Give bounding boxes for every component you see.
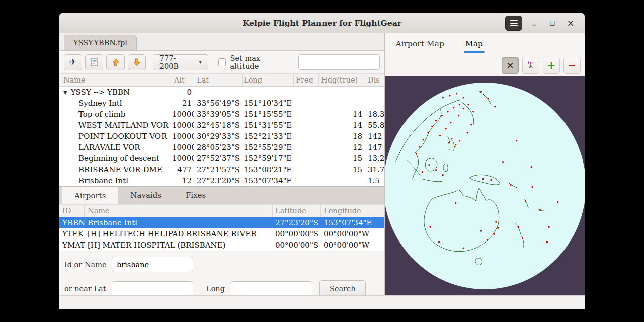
column-header-alt[interactable]: Alt: [172, 74, 194, 86]
column-header-hdg[interactable]: Hdg(true): [319, 74, 366, 86]
airport-dot: [510, 184, 512, 186]
airport-dot: [497, 227, 499, 229]
minimize-icon: _: [533, 17, 536, 25]
plan-row[interactable]: Sydney Intl2133°56'49"S151°10'34"E: [59, 98, 384, 109]
plan-cell-hdg: 18: [319, 132, 366, 141]
column-header-lat[interactable]: Lat: [194, 74, 243, 86]
plan-cell-dis: 147: [366, 143, 384, 152]
plan-row[interactable]: WEST MAITLAND VOR1000032°45'18"S151°31'5…: [59, 120, 384, 131]
column-header-airport-name[interactable]: Name: [85, 205, 273, 217]
column-header-extra: [372, 205, 384, 217]
menu-button[interactable]: [505, 16, 522, 31]
aircraft-select[interactable]: 777-200B ▾: [153, 54, 208, 70]
plan-cell-dis: 1.5: [366, 176, 384, 185]
airport-dot: [488, 98, 489, 99]
close-icon: ×: [567, 18, 574, 28]
flightplan-tab[interactable]: YSSY-YBBN.fpl: [64, 35, 137, 50]
column-header-dis[interactable]: Dis: [366, 74, 384, 86]
plan-cell-name: Brisbane Intl: [59, 176, 172, 185]
near-search-row: or near Lat Long Search: [64, 280, 379, 297]
show-navaids-button[interactable]: [522, 57, 539, 74]
expander-icon[interactable]: ▼: [63, 90, 67, 95]
plan-cell-long: 151°31'55"E: [243, 121, 294, 130]
titlebar[interactable]: Kelpie Flight Planner for FlightGear _ □…: [59, 13, 585, 33]
max-altitude-label: Set max altitude: [230, 54, 289, 70]
plan-row[interactable]: Brisbane Intl1227°23'20"S153°07'34"E1.5: [59, 175, 384, 186]
plan-cell-lat: 27°52'37"S: [194, 154, 243, 163]
airport-dot: [422, 171, 423, 173]
plan-cell-lat: 33°56'49"S: [194, 99, 243, 108]
airport-row[interactable]: YMAT[H] MATER HOSPITAL (BRISBANE)00°00'0…: [59, 239, 384, 251]
plan-cell-lat: 32°45'18"S: [194, 121, 243, 130]
plan-cell-lat: 33°39'05"S: [194, 110, 243, 119]
plan-cell-hdg: 14: [319, 110, 366, 119]
tab-navaids[interactable]: Navaids: [118, 187, 174, 204]
airport-dot: [416, 153, 417, 154]
plan-row[interactable]: POINT LOOKOUT VOR1000030°29'33"S152°21'3…: [59, 131, 384, 142]
airport-dot: [473, 111, 474, 112]
world-map-svg: [385, 76, 585, 295]
tab-airports[interactable]: Airports: [62, 187, 118, 204]
column-header-long[interactable]: Long: [243, 74, 294, 86]
plan-row[interactable]: Beginning of descent1000027°52'37"S152°5…: [59, 153, 384, 164]
max-altitude-checkbox[interactable]: [218, 58, 226, 66]
airport-dot: [482, 178, 484, 180]
airport-row[interactable]: YBBNBrisbane Intl27°23'20"S153°07'34"E: [59, 217, 384, 228]
near-long-input[interactable]: [231, 281, 312, 297]
plan-cell-lat: 28°05'23"S: [194, 143, 243, 152]
close-button[interactable]: ×: [565, 17, 577, 29]
zoom-in-button[interactable]: +: [543, 57, 560, 74]
airport-cell-name: [H] MATER HOSPITAL (BRISBANE): [85, 240, 273, 250]
id-or-name-input[interactable]: [112, 257, 193, 272]
map-tabstrip: Airport Map Map: [385, 33, 585, 54]
column-header-longitude[interactable]: Longitude: [321, 205, 372, 217]
id-search-row: Id or Name: [64, 257, 379, 272]
column-header-freq[interactable]: Freq: [294, 74, 319, 86]
near-lat-label: or near Lat: [64, 285, 112, 293]
aircraft-button[interactable]: ✈: [64, 54, 82, 70]
flightplan-panel: YSSY-YBBN.fpl ✈: [59, 33, 385, 295]
maximize-icon: □: [549, 19, 555, 26]
airport-dot: [480, 91, 482, 92]
airport-row[interactable]: YTEK[H] HELITECH HELIPAD BRISBANE RIVER0…: [59, 228, 384, 239]
airport-cell-long: 153°07'34"E: [321, 218, 372, 227]
plan-cell-alt: 0: [172, 88, 194, 97]
map-canvas[interactable]: [385, 76, 585, 295]
plan-row[interactable]: Top of climb1000033°39'05"S151°15'55"E14…: [59, 109, 384, 120]
plan-document-button[interactable]: [85, 54, 103, 70]
airport-dot: [438, 242, 440, 243]
tab-map[interactable]: Map: [464, 35, 485, 53]
flightplan-rows[interactable]: ▼YSSY --> YBBN0Sydney Intl2133°56'49"S15…: [59, 87, 384, 186]
map-pointer-button[interactable]: ×: [502, 57, 519, 74]
plan-cell-long: 152°55'29"E: [243, 143, 294, 152]
tab-airport-map[interactable]: Airport Map: [394, 35, 445, 53]
airport-dot: [419, 146, 420, 147]
maximize-button[interactable]: □: [546, 17, 558, 29]
move-down-button[interactable]: [128, 54, 146, 70]
plan-row[interactable]: LARAVALE VOR1000028°05'23"S152°55'29"E12…: [59, 142, 384, 153]
airport-dot: [441, 115, 443, 116]
minimize-button[interactable]: _: [528, 17, 540, 29]
plan-cell-dis: 55.8: [366, 121, 384, 130]
airport-dot: [491, 179, 492, 181]
airport-dot: [518, 226, 519, 228]
airport-dot: [467, 132, 468, 133]
airport-dot: [496, 221, 497, 223]
search-button[interactable]: Search: [319, 280, 366, 297]
plan-row[interactable]: BRISBANE VOR-DME47727°21'57"S153°08'21"E…: [59, 164, 384, 175]
plan-row[interactable]: ▼YSSY --> YBBN0: [59, 87, 384, 98]
airport-dot: [463, 108, 464, 109]
move-up-button[interactable]: [106, 54, 124, 70]
max-altitude-input[interactable]: [298, 54, 380, 70]
airport-rows[interactable]: YBBNBrisbane Intl27°23'20"S153°07'34"EYT…: [59, 217, 384, 251]
column-header-latitude[interactable]: Latitude: [273, 205, 321, 217]
zoom-out-button[interactable]: −: [564, 57, 581, 74]
near-lat-input[interactable]: [112, 281, 193, 297]
plan-cell-alt: 10000: [172, 132, 194, 141]
app-window: Kelpie Flight Planner for FlightGear _ □…: [59, 13, 585, 309]
tab-fixes[interactable]: Fixes: [174, 187, 218, 204]
column-header-name[interactable]: Name: [59, 74, 172, 86]
airport-dot: [531, 166, 532, 168]
plan-table-header: Name Alt Lat Long Freq Hdg(true) Dis: [59, 73, 384, 87]
column-header-id[interactable]: ID: [59, 205, 85, 217]
